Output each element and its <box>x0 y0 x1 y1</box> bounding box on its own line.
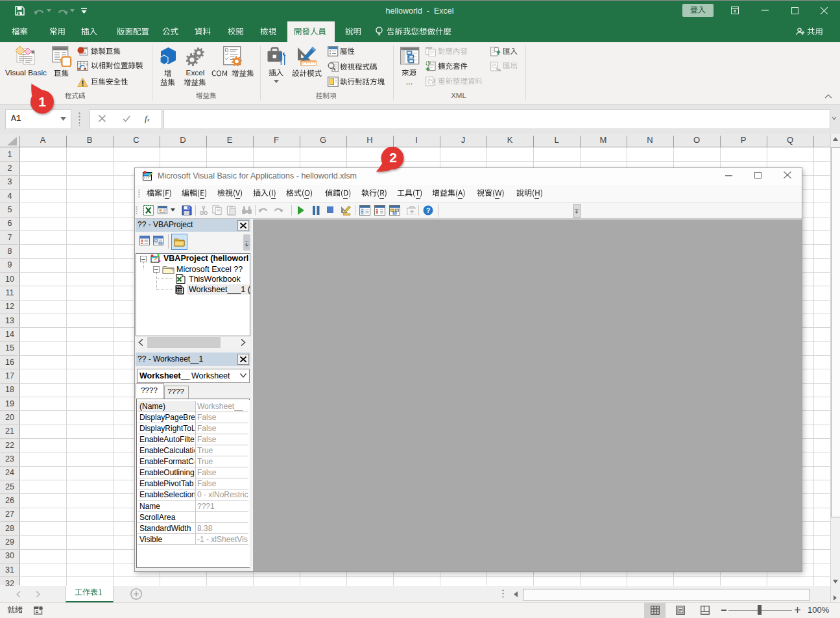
svg-text:?: ? <box>426 206 431 214</box>
